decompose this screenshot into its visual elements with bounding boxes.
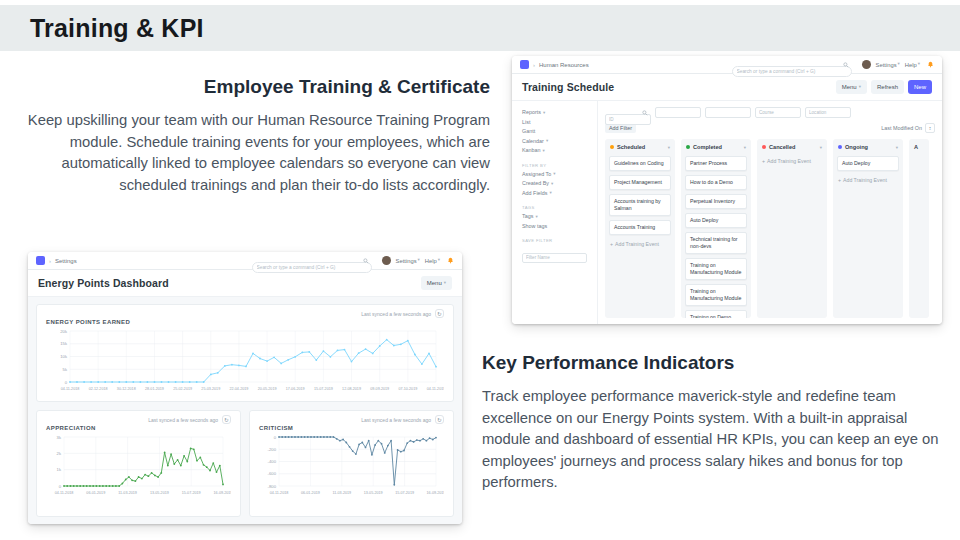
column-collapse-icon[interactable] — [744, 145, 746, 150]
search-input[interactable] — [732, 66, 852, 77]
sidebar-item-label: List — [522, 118, 530, 128]
kanban-card[interactable]: How to do a Demo — [685, 175, 747, 190]
training-body-text: Keep upskilling your team with our Human… — [20, 110, 490, 196]
menu-button[interactable]: Menu — [836, 80, 867, 94]
add-training-event-link[interactable]: Add Training Event — [609, 239, 671, 249]
course-filter-input[interactable] — [755, 107, 801, 118]
settings-menu[interactable]: Settings — [396, 258, 420, 264]
id-filter-input[interactable] — [605, 114, 651, 125]
notification-bell-icon[interactable] — [927, 61, 934, 68]
sidebar-item-calendar[interactable]: Calendar — [522, 137, 587, 147]
training-schedule-screenshot: Human Resources Settings Help — [512, 56, 942, 324]
kanban-column-header: Ongoing — [837, 143, 899, 152]
sidebar-item-tags[interactable]: Tags — [522, 212, 587, 222]
help-menu[interactable]: Help — [905, 62, 920, 68]
notification-bell-icon[interactable] — [447, 257, 454, 264]
kanban-card-title: Project Management — [614, 179, 666, 186]
filter-input[interactable] — [705, 107, 751, 118]
caret-down-icon — [549, 191, 551, 196]
sidebar-item-reports[interactable]: Reports — [522, 108, 587, 118]
svg-text:04-11-2018: 04-11-2018 — [55, 491, 74, 495]
menu-button[interactable]: Menu — [421, 276, 452, 290]
caret-down-icon — [543, 149, 545, 154]
kanban-card[interactable]: Project Management — [609, 175, 671, 190]
kanban-card-title: Auto Deploy — [690, 217, 742, 224]
kanban-card[interactable]: Accounts training by Salman — [609, 194, 671, 216]
svg-text:0: 0 — [59, 484, 62, 489]
location-filter-input[interactable] — [805, 107, 851, 118]
kanban-card[interactable]: Training on Demo Process — [685, 310, 747, 318]
kanban-card[interactable]: Accounts Training — [609, 220, 671, 235]
settings-menu[interactable]: Settings — [876, 62, 900, 68]
column-status-dot — [610, 145, 614, 149]
svg-text:3k: 3k — [57, 435, 62, 440]
sidebar-item-kanban[interactable]: Kanban — [522, 146, 587, 156]
svg-text:13-05-2019: 13-05-2019 — [364, 491, 383, 495]
refresh-button[interactable]: Refresh — [871, 80, 904, 94]
svg-text:-400: -400 — [268, 459, 277, 464]
column-collapse-icon[interactable] — [820, 145, 822, 150]
last-synced-text: Last synced a few seconds ago — [361, 417, 431, 423]
show-tags-link[interactable]: Show tags — [522, 222, 587, 232]
global-search[interactable] — [732, 59, 852, 70]
sidebar-item-gantt[interactable]: Gantt — [522, 127, 587, 137]
kanban-card[interactable]: Perpetual Inventory — [685, 194, 747, 209]
kanban-card[interactable]: Auto Deploy — [837, 156, 899, 171]
add-training-event-link[interactable]: Add Training Event — [837, 175, 899, 185]
column-collapse-icon[interactable] — [668, 145, 670, 150]
kanban-card[interactable]: Training on Manufacturing Module — [685, 258, 747, 280]
sidebar-item-list[interactable]: List — [522, 118, 587, 128]
sidebar-item-label: Assigned To — [522, 170, 551, 180]
last-synced-text: Last synced a few seconds ago — [148, 417, 218, 423]
show-tags-label: Show tags — [522, 222, 547, 232]
kanban-card[interactable]: Technical training for non-devs — [685, 232, 747, 254]
new-button[interactable]: New — [908, 80, 932, 94]
sidebar-item-add-fields[interactable]: Add Fields — [522, 189, 587, 199]
svg-text:20k: 20k — [60, 329, 68, 334]
breadcrumb[interactable]: Human Resources — [539, 62, 589, 68]
kanban-card-title: Partner Process — [690, 160, 742, 167]
kanban-column-header: Completed — [685, 143, 747, 152]
kanban-card[interactable]: Auto Deploy — [685, 213, 747, 228]
app-logo-icon[interactable] — [36, 256, 45, 265]
breadcrumb[interactable]: Settings — [55, 258, 77, 264]
help-menu[interactable]: Help — [425, 258, 440, 264]
kanban-column-title: Cancelled — [769, 144, 795, 150]
navbar-right-group: Settings Help — [862, 60, 934, 69]
refresh-chart-button[interactable] — [435, 309, 444, 318]
refresh-chart-button[interactable] — [435, 415, 444, 424]
sidebar-item-created-by[interactable]: Created By — [522, 179, 587, 189]
sort-direction-button[interactable] — [925, 123, 935, 133]
kanban-card-title: Accounts Training — [614, 224, 666, 231]
sidebar-item-assigned-to[interactable]: Assigned To — [522, 170, 587, 180]
kanban-card[interactable]: Training on Manufacturing Module — [685, 284, 747, 306]
sort-control[interactable]: Last Modified On — [881, 123, 935, 133]
sync-status-row: Last synced a few seconds ago — [259, 415, 444, 424]
settings-menu-label: Settings — [396, 258, 417, 264]
plus-icon — [762, 158, 765, 164]
avatar[interactable] — [862, 60, 871, 69]
app-logo-icon[interactable] — [520, 60, 529, 69]
filter-actions-row: Add Filter Last Modified On — [605, 123, 935, 133]
kanban-card[interactable]: Guidelines on Coding — [609, 156, 671, 171]
kanban-column-ongoing: OngoingAuto DeployAdd Training Event — [833, 139, 903, 318]
search-input[interactable] — [252, 262, 372, 273]
refresh-icon — [437, 311, 442, 317]
add-training-event-link[interactable]: Add Training Event — [761, 156, 823, 166]
svg-text:11-03-2019: 11-03-2019 — [333, 491, 352, 495]
kanban-card[interactable]: Partner Process — [685, 156, 747, 171]
kanban-column-header: A — [913, 143, 925, 152]
tags-section-label: TAGS — [522, 205, 587, 210]
avatar[interactable] — [382, 256, 391, 265]
refresh-chart-button[interactable] — [222, 415, 231, 424]
slide-title: Training & KPI — [30, 14, 204, 43]
id-filter[interactable] — [605, 107, 651, 118]
filter-name-input[interactable] — [522, 253, 587, 263]
column-collapse-icon[interactable] — [896, 145, 898, 150]
filter-input[interactable] — [655, 107, 701, 118]
kanban-card-title: Training on Manufacturing Module — [690, 262, 742, 276]
svg-text:16-09-2019: 16-09-2019 — [427, 491, 444, 495]
svg-text:30-12-2018: 30-12-2018 — [117, 387, 136, 391]
add-card-label: Add Training Event — [767, 158, 811, 164]
global-search[interactable] — [252, 255, 372, 266]
